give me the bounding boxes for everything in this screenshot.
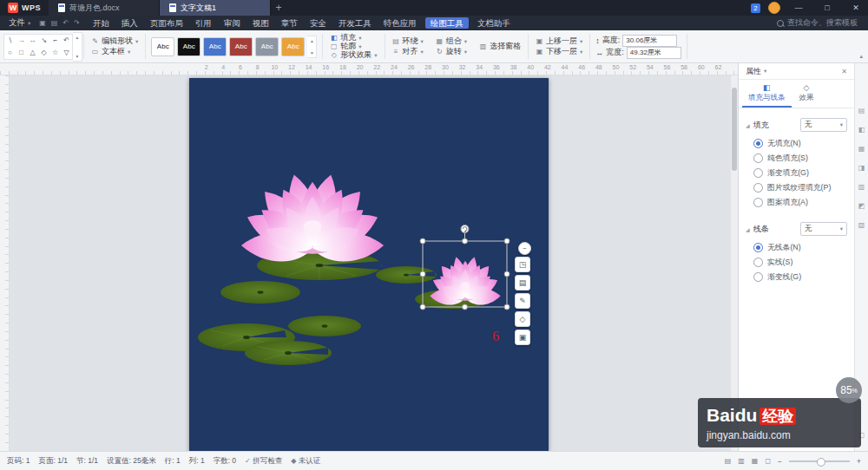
height-input[interactable]: 30.06厘米 — [622, 35, 677, 47]
pane-icon-1[interactable]: ▤ — [858, 107, 865, 114]
menu-item-security[interactable]: 安全 — [304, 16, 332, 30]
edit-shape-button[interactable]: ✎ 编辑形状 ▾ — [89, 36, 140, 46]
resize-handle-sw[interactable] — [420, 304, 425, 310]
resize-handle-w[interactable] — [420, 271, 425, 277]
document-page[interactable]: 6 — [189, 78, 549, 451]
pane-icon-2[interactable]: ◧ — [858, 126, 865, 134]
resize-handle-e[interactable] — [504, 271, 510, 277]
quickbar-collapse-button[interactable]: − — [518, 242, 531, 255]
menu-item-references[interactable]: 引用 — [189, 16, 218, 30]
view-page-icon[interactable]: ▤ — [725, 457, 732, 465]
fill-section-header[interactable]: ◢ 填充 无 ▾ — [746, 118, 847, 132]
quick-wrap-button[interactable]: ▤ — [515, 275, 530, 290]
menu-item-section[interactable]: 章节 — [275, 16, 304, 30]
shape-style-swatch[interactable]: Abc — [281, 37, 305, 56]
small-lotus-shape[interactable] — [430, 255, 501, 306]
radio-gradient-line[interactable]: 渐变线(G) — [746, 270, 847, 284]
message-count-badge[interactable]: 2 — [751, 3, 760, 13]
shape-style-swatch[interactable]: Abc — [229, 37, 253, 56]
tab-effects[interactable]: ◇ 效果 — [793, 80, 820, 108]
shape-diagonal-icon[interactable]: ↘ — [38, 35, 49, 47]
group-button[interactable]: ▦ 组合 ▾ — [434, 36, 469, 46]
menu-item-special-features[interactable]: 特色应用 — [378, 16, 423, 30]
menu-item-view[interactable]: 视图 — [247, 16, 275, 30]
radio-no-line[interactable]: 无线条(N) — [746, 240, 847, 255]
resize-handle-s[interactable] — [463, 304, 468, 310]
quick-style-button[interactable]: ◇ — [515, 311, 530, 327]
document-tab-1[interactable]: 荷塘月色.docx — [49, 0, 160, 16]
vertical-scrollbar[interactable] — [730, 75, 738, 451]
quick-more-button[interactable]: ▣ — [515, 330, 530, 345]
wps-logo[interactable]: W WPS — [0, 3, 49, 13]
command-search[interactable]: 查找命令、搜索模板 — [777, 17, 868, 29]
pane-icon-6[interactable]: ◩ — [858, 202, 865, 210]
vertical-ruler[interactable] — [0, 75, 10, 451]
view-web-icon[interactable]: ▦ — [752, 457, 759, 465]
pane-icon-7[interactable]: ▧ — [858, 221, 865, 229]
shape-style-swatch[interactable]: Abc — [177, 37, 201, 56]
shape-triangle-icon[interactable]: △ — [27, 47, 38, 59]
menu-item-page-layout[interactable]: 页面布局 — [144, 16, 189, 30]
rotate-button[interactable]: ↻ 旋转 ▾ — [434, 47, 469, 56]
quick-layout-button[interactable]: ◳ — [515, 257, 530, 272]
menu-item-home[interactable]: 开始 — [87, 16, 115, 30]
zoom-out-button[interactable]: − — [778, 457, 782, 466]
collapse-ribbon-icon[interactable]: ▴ — [859, 53, 863, 60]
shape-style-swatch[interactable]: Abc — [203, 37, 227, 56]
shape-effects-button[interactable]: ◇ 形状效果 ▾ — [328, 51, 378, 60]
zoom-in-button[interactable]: + — [857, 457, 861, 466]
certification-status[interactable]: ◆ 未认证 — [291, 456, 320, 467]
print-icon[interactable]: ▤ — [51, 19, 58, 27]
gallery-down-icon[interactable]: ▾ — [76, 54, 79, 59]
undo-icon[interactable]: ↶ — [62, 19, 69, 27]
resize-handle-nw[interactable] — [420, 238, 425, 244]
shape-line-icon[interactable]: ∖ — [4, 35, 16, 47]
step-number-text[interactable]: 6 — [492, 329, 499, 343]
send-backward-button[interactable]: ▣ 下移一层 ▾ — [534, 47, 584, 56]
redo-icon[interactable]: ↷ — [74, 19, 80, 27]
quick-edit-button[interactable]: ✎ — [515, 293, 530, 309]
radio-no-fill[interactable]: 无填充(N) — [746, 136, 847, 151]
scrollbar-thumb[interactable] — [732, 88, 737, 171]
align-button[interactable]: ≡ 对齐 ▾ — [391, 47, 425, 56]
radio-picture-texture-fill[interactable]: 图片或纹理填充(P) — [746, 180, 847, 195]
fill-type-select[interactable]: 无 ▾ — [800, 118, 847, 132]
line-type-select[interactable]: 无 ▾ — [800, 222, 847, 236]
bring-forward-button[interactable]: ▣ 上移一层 ▾ — [534, 36, 584, 46]
pane-icon-5[interactable]: ▥ — [858, 183, 865, 191]
shape-star-icon[interactable]: ☆ — [49, 47, 61, 59]
shape-curve-icon[interactable]: ↶ — [61, 35, 72, 47]
menu-item-review[interactable]: 审阅 — [218, 16, 247, 30]
shape-style-swatch[interactable]: Abc — [255, 37, 279, 56]
new-tab-button[interactable]: + — [271, 2, 286, 14]
tab-fill-and-line[interactable]: ◧ 填充与线条 — [742, 80, 792, 108]
pane-icon-4[interactable]: ◨ — [858, 164, 865, 172]
chevron-down-icon[interactable]: ▾ — [764, 68, 766, 75]
file-menu[interactable]: 文件 ▾ — [0, 17, 39, 29]
gallery-down-icon[interactable]: ▾ — [311, 50, 313, 55]
zoom-slider[interactable] — [789, 460, 850, 462]
pane-icon-3[interactable]: ▦ — [858, 145, 865, 153]
save-icon[interactable]: ▣ — [39, 19, 46, 27]
shape-down-triangle-icon[interactable]: ▽ — [61, 47, 72, 59]
shape-square-icon[interactable]: □ — [16, 47, 27, 59]
radio-pattern-fill[interactable]: 图案填充(A) — [746, 195, 847, 210]
resize-handle-ne[interactable] — [504, 238, 510, 244]
shape-style-swatch[interactable]: Abc — [151, 37, 174, 56]
menu-item-drawing-tools-active[interactable]: 绘图工具 — [425, 17, 469, 29]
shape-gallery[interactable]: ∖ → ↔ ↘ ⌐ ↶ ○ □ △ ◇ ☆ ▽ — [3, 34, 73, 60]
minimize-button[interactable]: — — [788, 0, 809, 16]
line-section-header[interactable]: ◢ 线条 无 ▾ — [746, 222, 847, 236]
wrap-button[interactable]: ▤ 环绕 ▾ — [391, 36, 425, 46]
menu-item-dev-tools[interactable]: 开发工具 — [332, 16, 378, 30]
resize-handle-n[interactable] — [463, 238, 468, 244]
shape-double-arrow-icon[interactable]: ↔ — [27, 35, 38, 47]
view-outline-icon[interactable]: ▥ — [738, 457, 745, 465]
close-button[interactable]: ✕ — [845, 0, 866, 16]
editor-workspace[interactable]: 6 — [0, 75, 738, 451]
rotate-handle[interactable] — [461, 225, 469, 233]
maximize-button[interactable]: □ — [817, 0, 838, 16]
menu-item-doc-assistant[interactable]: 文档助手 — [471, 16, 516, 30]
menu-item-insert[interactable]: 插入 — [115, 16, 144, 30]
resize-handle-se[interactable] — [504, 304, 510, 310]
